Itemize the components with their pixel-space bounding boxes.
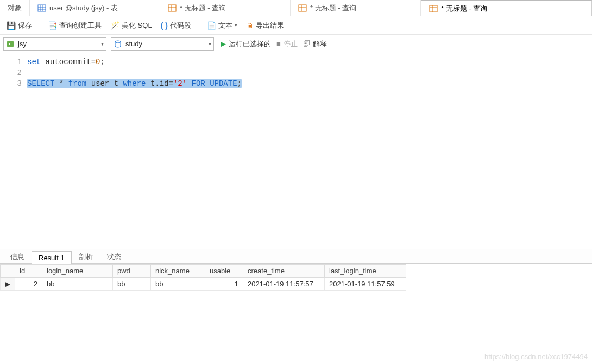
stop-button: ■ 停止: [276, 39, 298, 49]
chevron-down-icon: ▾: [101, 41, 104, 47]
column-header[interactable]: pwd: [113, 265, 151, 278]
query-icon: [429, 4, 438, 13]
cell[interactable]: 1: [205, 278, 243, 291]
tab-query-2[interactable]: * 无标题 - 查询: [291, 0, 421, 16]
column-header[interactable]: create_time: [243, 265, 325, 278]
tab-label: * 无标题 - 查询: [310, 3, 356, 13]
column-header[interactable]: login_name: [42, 265, 113, 278]
code-line[interactable]: [27, 67, 592, 78]
svg-rect-5: [168, 5, 176, 11]
export-icon: 🗎: [246, 22, 254, 29]
sql-editor[interactable]: 123 set autocommit=0;SELECT * from user …: [0, 53, 592, 249]
database-icon: [114, 40, 122, 48]
tab-label: user @study (jsy) - 表: [49, 3, 118, 13]
snippet-label: 代码段: [170, 21, 191, 30]
connection-toolbar: jsy ▾ study ▾ ▶ 运行已选择的 ■ 停止 🗐 解释: [0, 35, 592, 53]
svg-point-15: [115, 41, 121, 43]
profile-tab-label: 剖析: [79, 253, 93, 261]
connection-value: jsy: [18, 40, 27, 48]
row-marker-header: [1, 265, 15, 278]
column-header[interactable]: id: [15, 265, 42, 278]
stop-icon: ■: [276, 40, 281, 48]
svg-rect-0: [38, 5, 46, 11]
result-tab-info[interactable]: 信息: [3, 249, 32, 264]
explain-label: 解释: [313, 39, 327, 49]
result-tab-profile[interactable]: 剖析: [72, 249, 100, 264]
column-header[interactable]: nick_name: [151, 265, 205, 278]
row-marker: ▶: [1, 278, 15, 291]
tab-label: * 无标题 - 查询: [441, 4, 487, 14]
separator: [199, 20, 199, 31]
line-number: 1: [0, 57, 22, 67]
beautify-sql-button[interactable]: 🪄 美化 SQL: [107, 19, 155, 32]
document-tab-bar: 对象 user @study (jsy) - 表 * 无标题 - 查询 * 无标…: [0, 0, 592, 16]
export-results-button[interactable]: 🗎 导出结果: [243, 19, 287, 32]
cell[interactable]: 2: [15, 278, 42, 291]
export-label: 导出结果: [256, 21, 284, 30]
run-selected-button[interactable]: ▶ 运行已选择的: [221, 39, 271, 49]
status-tab-label: 状态: [107, 253, 121, 261]
tab-label: * 无标题 - 查询: [180, 3, 226, 13]
explain-button[interactable]: 🗐 解释: [303, 39, 327, 49]
database-value: study: [125, 40, 142, 48]
code-line[interactable]: set autocommit=0;: [27, 57, 592, 67]
query-builder-icon: 📑: [48, 22, 57, 29]
query-icon: [168, 4, 177, 12]
connection-icon: [6, 40, 15, 48]
cell[interactable]: bb: [151, 278, 205, 291]
cell[interactable]: 2021-01-19 11:57:57: [243, 278, 325, 291]
query-icon: [298, 4, 307, 12]
info-tab-label: 信息: [10, 253, 24, 261]
query-builder-button[interactable]: 📑 查询创建工具: [45, 19, 105, 32]
main-toolbar: 💾 保存 📑 查询创建工具 🪄 美化 SQL ( ) 代码段 📄 文本 ▾ 🗎 …: [0, 16, 592, 35]
cell[interactable]: bb: [42, 278, 113, 291]
tab-query-3-active[interactable]: * 无标题 - 查询: [421, 0, 592, 16]
watermark: https://blog.csdn.net/xcc1974494: [484, 353, 588, 361]
svg-rect-8: [299, 5, 306, 11]
tab-query-1[interactable]: * 无标题 - 查询: [160, 0, 291, 16]
tab-label: 对象: [8, 3, 22, 13]
cell[interactable]: 2021-01-19 11:57:59: [325, 278, 406, 291]
connection-combo[interactable]: jsy ▾: [3, 37, 106, 51]
stop-label: 停止: [284, 39, 298, 49]
separator: [40, 20, 40, 31]
chevron-down-icon: ▾: [209, 41, 211, 47]
result-grid[interactable]: idlogin_namepwdnick_nameusablecreate_tim…: [0, 264, 406, 291]
column-header[interactable]: last_login_time: [325, 265, 406, 278]
column-header[interactable]: usable: [205, 265, 243, 278]
result-tab-result1[interactable]: Result 1: [32, 251, 72, 264]
result-grid-wrapper: idlogin_namepwdnick_nameusablecreate_tim…: [0, 264, 592, 291]
run-label: 运行已选择的: [229, 39, 271, 49]
tab-table-user[interactable]: user @study (jsy) - 表: [30, 0, 160, 16]
text-label: 文本: [218, 21, 232, 30]
code-line[interactable]: SELECT * from user t where t.id='2' FOR …: [27, 78, 592, 89]
cell[interactable]: bb: [113, 278, 151, 291]
document-icon: 📄: [207, 22, 216, 29]
query-builder-label: 查询创建工具: [59, 21, 102, 30]
database-combo[interactable]: study ▾: [111, 37, 214, 51]
save-icon: 💾: [7, 22, 16, 29]
line-number: 2: [0, 67, 22, 78]
line-gutter: 123: [0, 53, 27, 249]
beautify-label: 美化 SQL: [122, 21, 152, 30]
tab-objects[interactable]: 对象: [0, 0, 30, 16]
result-tab-status[interactable]: 状态: [100, 249, 128, 264]
result-tab-bar: 信息 Result 1 剖析 状态: [0, 249, 592, 264]
result-tab-label: Result 1: [39, 254, 65, 262]
snippet-button[interactable]: ( ) 代码段: [158, 19, 194, 32]
line-number: 3: [0, 78, 22, 89]
table-row[interactable]: ▶2bbbbbb12021-01-19 11:57:572021-01-19 1…: [1, 278, 406, 291]
play-icon: ▶: [221, 40, 226, 48]
wand-icon: 🪄: [110, 22, 119, 29]
save-label: 保存: [18, 21, 32, 30]
table-icon: [37, 4, 46, 12]
chevron-down-icon: ▾: [235, 23, 237, 28]
parens-icon: ( ): [161, 22, 168, 29]
save-button[interactable]: 💾 保存: [3, 19, 35, 32]
text-button[interactable]: 📄 文本 ▾: [204, 19, 241, 32]
explain-icon: 🗐: [303, 40, 310, 48]
code-area[interactable]: set autocommit=0;SELECT * from user t wh…: [27, 53, 592, 249]
svg-rect-11: [430, 5, 437, 12]
